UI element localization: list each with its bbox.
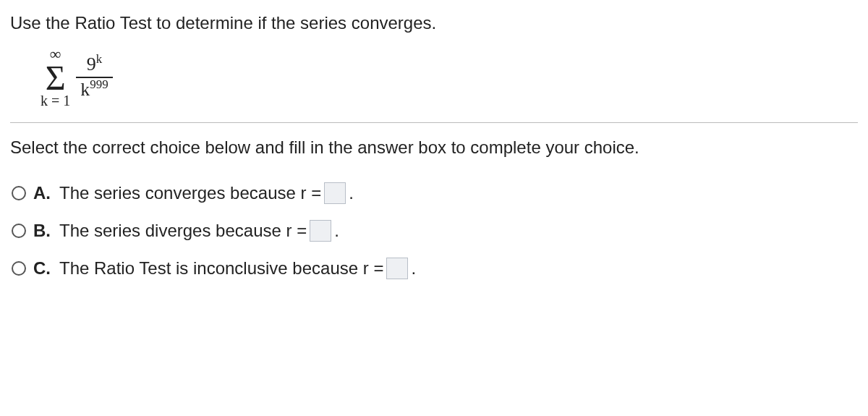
numerator: 9k (82, 54, 106, 77)
sigma-symbol: Σ (46, 62, 66, 93)
answer-box-b[interactable] (310, 220, 331, 242)
sigma-block: ∞ Σ k = 1 (41, 46, 70, 108)
choices-group: A. The series converges because r = . B.… (10, 182, 858, 279)
choice-text-b: The series diverges because r = . (59, 220, 339, 242)
sigma-lower-limit: k = 1 (41, 93, 70, 108)
answer-box-a[interactable] (324, 182, 346, 204)
denominator: k999 (76, 78, 112, 101)
choice-a[interactable]: A. The series converges because r = . (12, 182, 858, 204)
choice-letter-c: C. (33, 258, 52, 279)
choice-b[interactable]: B. The series diverges because r = . (12, 220, 858, 242)
series-formula: ∞ Σ k = 1 9k k999 (10, 46, 858, 108)
question-container: Use the Ratio Test to determine if the s… (0, 0, 868, 305)
fraction: 9k k999 (76, 54, 112, 100)
radio-b[interactable] (12, 224, 26, 238)
divider (10, 122, 858, 123)
answer-box-c[interactable] (386, 258, 408, 279)
radio-c[interactable] (12, 261, 26, 276)
instruction-text: Select the correct choice below and fill… (10, 137, 858, 158)
choice-letter-b: B. (33, 221, 52, 241)
radio-a[interactable] (12, 186, 26, 200)
choice-c[interactable]: C. The Ratio Test is inconclusive becaus… (12, 258, 858, 279)
choice-text-c: The Ratio Test is inconclusive because r… (59, 258, 416, 279)
question-text: Use the Ratio Test to determine if the s… (10, 13, 858, 33)
choice-letter-a: A. (33, 183, 52, 203)
choice-text-a: The series converges because r = . (59, 182, 354, 204)
